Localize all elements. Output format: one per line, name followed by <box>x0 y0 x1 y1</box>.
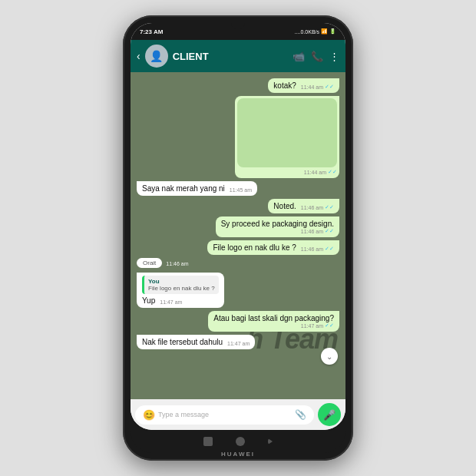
message-row: Sy proceed ke packaging design. 11:46 am… <box>137 217 339 237</box>
message-time: 11:47 am <box>301 323 323 329</box>
message-text: Sy proceed ke packaging design. <box>221 220 334 228</box>
bubble-sent: Atau bagi last skali dgn packaging? 11:4… <box>208 311 339 332</box>
image-bubble: 11:44 am ✓✓ <box>235 96 339 178</box>
message-row: File logo en nak dlu ke ? 11:46 am ✓✓ <box>137 240 339 255</box>
voice-call-icon[interactable]: 📞 <box>311 51 323 62</box>
nav-back-button[interactable] <box>268 438 273 445</box>
read-check: ✓✓ <box>328 169 337 175</box>
mic-icon: 🎤 <box>323 409 336 421</box>
quote-author: You <box>148 278 215 285</box>
chat-header: ‹ 👤 CLIENT 📹 📞 ⋮ <box>131 40 345 72</box>
header-actions: 📹 📞 ⋮ <box>293 51 339 62</box>
system-label: Orait <box>137 258 162 268</box>
notch <box>231 23 245 29</box>
message-row: You File logo en nak dlu ke ? Yup 11:47 … <box>137 273 339 308</box>
message-row: Orait 11:46 am <box>137 258 339 269</box>
message-text: Atau bagi last skali dgn packaging? <box>213 314 334 322</box>
message-text: Noted. <box>273 202 296 210</box>
message-text: File logo en nak dlu ke ? <box>213 243 296 252</box>
phone-frame: 7:23 AM ....0.0KB/s 📶 🔋 ‹ 👤 CLIENT 📹 📞 ⋮… <box>123 15 353 461</box>
message-time: 11:44 am <box>304 170 326 175</box>
message-time: 11:44 am <box>301 84 323 90</box>
bubble-sent: Sy proceed ke packaging design. 11:46 am… <box>216 217 339 237</box>
message-time: 11:46 am <box>301 246 323 252</box>
read-check: ✓✓ <box>325 204 334 210</box>
bubble-sent: kotak? 11:44 am ✓✓ <box>268 78 339 93</box>
avatar: 👤 <box>145 45 168 68</box>
bubble-sent: Noted. 11:46 am ✓✓ <box>268 199 339 213</box>
mic-button[interactable]: 🎤 <box>318 403 341 426</box>
message-text: Yup <box>142 296 155 305</box>
message-row: Saya nak merah yang ni 11:45 am <box>137 181 339 196</box>
message-time: 11:46 am <box>301 229 323 234</box>
message-row: Atau bagi last skali dgn packaging? 11:4… <box>137 311 339 332</box>
bubble-received: Saya nak merah yang ni 11:45 am <box>137 181 257 196</box>
message-text: Nak file tersebut dahulu <box>142 338 223 346</box>
read-check: ✓✓ <box>325 246 334 252</box>
more-options-icon[interactable]: ⋮ <box>329 51 339 62</box>
quote-block: You File logo en nak dlu ke ? <box>142 276 219 294</box>
message-row: Nak file tersebut dahulu 11:47 am <box>137 335 339 349</box>
message-time: 11:45 am <box>230 187 252 193</box>
status-bar: 7:23 AM ....0.0KB/s 📶 🔋 <box>131 23 345 40</box>
attach-icon[interactable]: 📎 <box>295 409 306 420</box>
chat-area: h Team kotak? 11:44 am ✓✓ 11:44 am <box>131 72 345 399</box>
message-text: Saya nak merah yang ni <box>142 184 225 193</box>
message-time: 11:47 am <box>160 299 182 305</box>
phone-screen: 7:23 AM ....0.0KB/s 📶 🔋 ‹ 👤 CLIENT 📹 📞 ⋮… <box>131 23 345 430</box>
brand-label: HUAWEI <box>221 451 255 458</box>
message-time: 11:46 am <box>166 261 188 266</box>
quote-text: File logo en nak dlu ke ? <box>148 285 215 292</box>
message-input[interactable]: 😊 Type a message 📎 <box>135 405 314 425</box>
read-check: ✓✓ <box>325 228 334 234</box>
read-check: ✓✓ <box>325 322 334 329</box>
bubble-received: You File logo en nak dlu ke ? Yup 11:47 … <box>137 273 224 308</box>
read-check: ✓✓ <box>325 84 334 90</box>
video-call-icon[interactable]: 📹 <box>293 51 305 62</box>
message-row: kotak? 11:44 am ✓✓ <box>137 78 339 93</box>
nav-home-button[interactable] <box>236 437 245 446</box>
nav-recent-button[interactable] <box>203 437 213 446</box>
scroll-down-button[interactable]: ⌄ <box>321 348 338 365</box>
emoji-icon[interactable]: 😊 <box>143 409 155 421</box>
bubble-sent: File logo en nak dlu ke ? 11:46 am ✓✓ <box>207 240 339 255</box>
status-icons: ....0.0KB/s 📶 🔋 <box>295 28 336 35</box>
message-text: kotak? <box>273 81 296 90</box>
message-time: 11:46 am <box>301 205 323 210</box>
chat-image <box>237 98 337 167</box>
contact-name: CLIENT <box>173 51 288 62</box>
back-button[interactable]: ‹ <box>137 50 140 62</box>
input-placeholder: Type a message <box>158 411 292 418</box>
message-time: 11:47 am <box>227 341 250 346</box>
message-row: Noted. 11:46 am ✓✓ <box>137 199 339 213</box>
input-bar: 😊 Type a message 📎 🎤 <box>131 399 345 430</box>
status-time: 7:23 AM <box>140 28 163 35</box>
message-row: 11:44 am ✓✓ <box>137 96 339 178</box>
bubble-received: Nak file tersebut dahulu 11:47 am <box>137 335 255 349</box>
phone-nav-bar <box>131 430 345 453</box>
